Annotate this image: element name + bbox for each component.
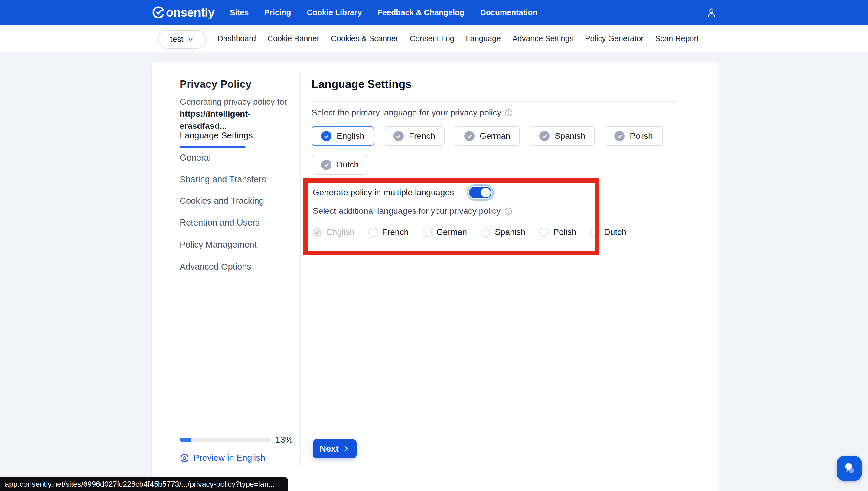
site-selector-dropdown[interactable]: test bbox=[158, 30, 206, 49]
sidebar-divider bbox=[300, 73, 301, 466]
language-label: English bbox=[337, 131, 364, 141]
step-sharing-transfers[interactable]: Sharing and Transfers bbox=[180, 174, 266, 184]
info-icon[interactable] bbox=[504, 207, 512, 215]
preview-in-english-link[interactable]: Preview in English bbox=[180, 453, 265, 463]
step-general[interactable]: General bbox=[180, 153, 211, 163]
site-selector-value: test bbox=[170, 35, 184, 44]
site-nav-language[interactable]: Language bbox=[466, 34, 501, 43]
checkbox-label: German bbox=[437, 227, 467, 237]
check-circle-icon bbox=[321, 131, 332, 141]
checkbox-label: Polish bbox=[553, 227, 576, 237]
chevron-right-icon bbox=[342, 445, 349, 452]
chat-widget-button[interactable] bbox=[837, 456, 862, 481]
additional-language-german-checkbox[interactable]: German bbox=[422, 227, 467, 237]
checkbox-unchecked-icon bbox=[422, 228, 432, 237]
checkbox-unchecked-icon bbox=[481, 228, 490, 237]
primary-language-dutch[interactable]: Dutch bbox=[311, 155, 368, 175]
checkbox-checked-icon bbox=[313, 228, 322, 237]
top-navbar: onsently Sites Pricing Cookie Library Fe… bbox=[0, 0, 868, 25]
primary-language-row-1: English French German Spanish Polish bbox=[311, 126, 663, 146]
additional-language-spanish-checkbox[interactable]: Spanish bbox=[481, 227, 525, 237]
multi-language-toggle-row: Generate policy in multiple languages bbox=[313, 184, 494, 201]
user-icon bbox=[706, 7, 717, 19]
nav-item-pricing[interactable]: Pricing bbox=[264, 8, 291, 17]
language-label: Spanish bbox=[555, 131, 585, 141]
step-policy-management[interactable]: Policy Management bbox=[180, 240, 257, 250]
checkbox-unchecked-icon bbox=[590, 228, 600, 237]
nav-item-documentation[interactable]: Documentation bbox=[480, 8, 537, 17]
check-circle-icon bbox=[321, 160, 332, 170]
additional-language-polish-checkbox[interactable]: Polish bbox=[539, 227, 576, 237]
progress-bar-fill bbox=[180, 438, 191, 442]
chat-bubbles-icon bbox=[842, 461, 857, 475]
additional-language-french-checkbox[interactable]: French bbox=[368, 227, 409, 237]
site-nav-advance-settings[interactable]: Advance Settings bbox=[512, 34, 573, 43]
language-label: German bbox=[480, 131, 510, 141]
eye-icon bbox=[180, 453, 189, 463]
progress-bar bbox=[180, 438, 271, 442]
consently-logo[interactable]: onsently bbox=[152, 0, 215, 25]
check-circle-icon bbox=[614, 131, 624, 141]
sidebar-title: Privacy Policy bbox=[180, 78, 251, 90]
nav-item-cookie-library[interactable]: Cookie Library bbox=[307, 8, 362, 17]
status-bar-url: app.consently.net/sites/6996d027fc228cb4… bbox=[0, 477, 288, 491]
checkbox-label: English bbox=[327, 227, 355, 237]
logo-wordmark: onsently bbox=[166, 6, 215, 19]
top-nav-links: Sites Pricing Cookie Library Feedback & … bbox=[230, 0, 537, 25]
step-advanced-options[interactable]: Advanced Options bbox=[180, 262, 251, 272]
page-title: Language Settings bbox=[311, 78, 412, 91]
primary-language-section-label: Select the primary language for your pri… bbox=[311, 108, 513, 118]
site-nav-dashboard[interactable]: Dashboard bbox=[218, 34, 256, 43]
nav-item-feedback-changelog[interactable]: Feedback & Changelog bbox=[377, 8, 465, 17]
site-nav-scan-report[interactable]: Scan Report bbox=[655, 34, 699, 43]
user-account-button[interactable] bbox=[705, 6, 718, 19]
step-language-settings[interactable]: Language Settings bbox=[180, 131, 253, 141]
primary-language-english[interactable]: English bbox=[311, 126, 374, 146]
multi-language-toggle[interactable] bbox=[467, 184, 494, 201]
site-url-text: https://intelligent-erasdfasd... bbox=[180, 109, 251, 131]
step-cookies-tracking[interactable]: Cookies and Tracking bbox=[180, 196, 264, 206]
preview-link-label: Preview in English bbox=[194, 453, 265, 463]
language-label: Polish bbox=[630, 131, 653, 141]
site-nav-consent-log[interactable]: Consent Log bbox=[410, 34, 454, 43]
primary-language-label-text: Select the primary language for your pri… bbox=[311, 108, 501, 118]
checkbox-label: French bbox=[382, 227, 409, 237]
step-retention-users[interactable]: Retention and Users bbox=[180, 218, 259, 228]
generating-label: Generating privacy policy for bbox=[180, 97, 287, 107]
checkbox-unchecked-icon bbox=[368, 228, 378, 237]
check-circle-icon bbox=[393, 131, 404, 141]
checkbox-unchecked-icon bbox=[539, 228, 549, 237]
additional-language-label-text: Select additional languages for your pri… bbox=[313, 206, 501, 216]
check-circle-icon bbox=[539, 131, 550, 141]
additional-language-english-checkbox[interactable]: English bbox=[313, 227, 355, 237]
nav-item-sites[interactable]: Sites bbox=[230, 8, 249, 17]
title-divider bbox=[311, 101, 677, 102]
checkbox-label: Spanish bbox=[495, 227, 525, 237]
next-button-label: Next bbox=[320, 444, 339, 454]
toggle-track bbox=[469, 187, 492, 198]
primary-language-polish[interactable]: Polish bbox=[605, 126, 662, 146]
info-icon[interactable] bbox=[505, 109, 513, 117]
primary-language-german[interactable]: German bbox=[454, 126, 520, 146]
next-button[interactable]: Next bbox=[313, 439, 357, 458]
site-navbar: test Dashboard Cookie Banner Cookies & S… bbox=[0, 25, 868, 52]
primary-language-spanish[interactable]: Spanish bbox=[530, 126, 595, 146]
check-circle-icon bbox=[464, 131, 475, 141]
primary-language-french[interactable]: French bbox=[384, 126, 445, 146]
generating-for-text: Generating privacy policy for https://in… bbox=[180, 96, 291, 132]
chevron-down-icon bbox=[187, 36, 194, 42]
additional-language-dutch-checkbox[interactable]: Dutch bbox=[590, 227, 626, 237]
toggle-knob bbox=[481, 188, 491, 197]
site-nav-policy-generator[interactable]: Policy Generator bbox=[585, 34, 644, 43]
primary-language-row-2: Dutch bbox=[311, 155, 368, 175]
additional-language-checkboxes: English French German Spanish Polish Dut… bbox=[313, 227, 626, 237]
multi-language-toggle-label: Generate policy in multiple languages bbox=[313, 188, 454, 197]
language-label: Dutch bbox=[337, 160, 359, 170]
site-nav-cookies-scanner[interactable]: Cookies & Scanner bbox=[331, 34, 398, 43]
language-label: French bbox=[409, 131, 435, 141]
site-nav-cookie-banner[interactable]: Cookie Banner bbox=[268, 34, 319, 43]
checkbox-label: Dutch bbox=[604, 227, 626, 237]
progress-percent: 13% bbox=[275, 435, 293, 445]
additional-language-section-label: Select additional languages for your pri… bbox=[313, 206, 512, 216]
privacy-policy-card: Privacy Policy Generating privacy policy… bbox=[151, 62, 719, 491]
